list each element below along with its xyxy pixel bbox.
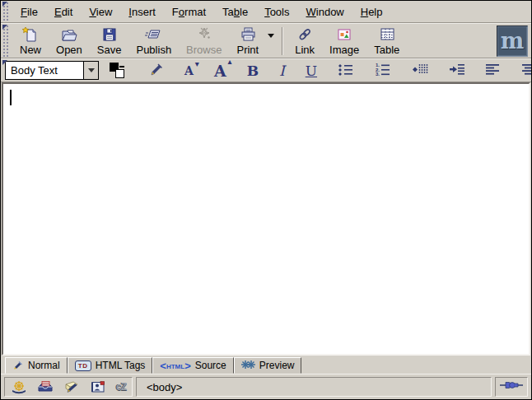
menu-format[interactable]: Format [164, 4, 214, 20]
online-status-panel[interactable] [495, 377, 528, 397]
menu-file[interactable]: File [12, 4, 46, 20]
td-tag-icon: TD [75, 360, 91, 371]
arrow-down-icon: ▾ [195, 59, 199, 68]
status-bar: cZ <body> [1, 374, 531, 399]
italic-button[interactable]: I [279, 63, 285, 78]
edit-canvas[interactable] [2, 82, 530, 356]
align-center-button[interactable] [521, 63, 532, 79]
text-caret [10, 90, 12, 105]
navigator-icon[interactable] [11, 380, 27, 394]
menu-view[interactable]: View [81, 4, 120, 20]
highlight-color-button[interactable] [147, 61, 164, 81]
new-button[interactable]: New [12, 24, 49, 58]
save-button[interactable]: Save [90, 24, 129, 58]
background-color-swatch [115, 69, 124, 78]
table-icon [378, 26, 396, 44]
tab-normal[interactable]: Normal [5, 357, 68, 374]
html-brackets-icon: <HTML> [160, 360, 190, 372]
menu-window[interactable]: Window [298, 4, 352, 20]
align-left-icon [486, 63, 501, 79]
normal-pen-icon [12, 360, 24, 372]
open-folder-icon [60, 26, 78, 44]
element-path-text: <body> [147, 381, 182, 393]
bullet-list-icon [338, 63, 354, 79]
bold-button[interactable]: B [247, 63, 259, 78]
print-button[interactable]: Print [229, 24, 266, 58]
outdent-icon [412, 63, 428, 79]
underline-button[interactable]: U [306, 63, 317, 78]
paragraph-style-value: Body Text [6, 62, 83, 79]
main-toolbar: New Open Save Publish Browse [1, 23, 531, 58]
element-path-panel[interactable]: <body> [136, 377, 492, 397]
menu-tools[interactable]: Tools [256, 4, 297, 20]
align-center-icon [521, 63, 532, 79]
edit-mode-tabbar: Normal TD HTML Tags <HTML> Source Previe… [1, 356, 531, 374]
paragraph-style-select[interactable]: Body Text [5, 61, 99, 80]
publish-button[interactable]: Publish [128, 24, 179, 58]
link-button[interactable]: Link [287, 24, 322, 58]
new-page-icon [21, 26, 40, 44]
browse-button[interactable]: Browse [179, 24, 229, 58]
image-button[interactable]: Image [322, 24, 366, 58]
bullet-list-button[interactable] [338, 63, 354, 79]
menu-edit[interactable]: Edit [46, 4, 81, 20]
outdent-button[interactable] [412, 63, 428, 79]
mail-icon[interactable] [37, 380, 54, 393]
tab-preview[interactable]: Preview [234, 357, 302, 374]
menu-bar: File Edit View Insert Format Table Tools… [1, 1, 531, 23]
text-color-picker[interactable] [109, 62, 127, 79]
indent-icon [449, 63, 465, 79]
print-dropdown-arrow[interactable] [268, 34, 274, 38]
composer-window: File Edit View Insert Format Table Tools… [0, 0, 532, 400]
indent-button[interactable] [449, 63, 465, 79]
tab-source[interactable]: <HTML> Source [152, 357, 233, 374]
color-picker-tick [119, 66, 124, 67]
preview-sparkles-icon [241, 360, 255, 372]
address-book-icon[interactable] [90, 380, 106, 393]
arrow-up-icon: ▴ [228, 57, 232, 66]
publish-icon [144, 26, 164, 44]
chatzilla-icon[interactable]: cZ [116, 381, 126, 393]
increase-font-size-button[interactable]: A▴ [214, 62, 226, 80]
menu-insert[interactable]: Insert [120, 4, 164, 20]
menubar-grippy[interactable] [2, 2, 9, 21]
toolbar-separator [282, 27, 283, 55]
throbber-letter: m [501, 28, 525, 53]
align-left-button[interactable] [486, 63, 501, 79]
component-bar: cZ [4, 377, 133, 397]
format-buttons: A▾ A▴ B I U 1.2.3. [109, 61, 532, 81]
paragraph-style-dropdown-arrow[interactable] [83, 62, 98, 79]
composer-icon[interactable] [63, 380, 80, 393]
print-icon [239, 26, 257, 44]
svg-text:3.: 3. [376, 72, 380, 76]
menu-table[interactable]: Table [214, 4, 256, 20]
save-floppy-icon [100, 26, 119, 44]
numbered-list-icon: 1.2.3. [375, 63, 391, 79]
format-toolbar: Body Text A▾ A▴ B I U [1, 58, 531, 82]
online-plug-icon [500, 379, 523, 394]
open-button[interactable]: Open [49, 24, 90, 58]
main-toolbar-grippy[interactable] [2, 25, 9, 57]
pen-icon [147, 61, 164, 81]
print-button-group: Print [229, 24, 278, 58]
image-icon [335, 26, 353, 44]
link-chain-icon [296, 26, 314, 44]
decrease-font-size-button[interactable]: A▾ [184, 64, 194, 77]
mozilla-throbber[interactable]: m [497, 26, 528, 57]
tab-html-tags[interactable]: TD HTML Tags [68, 357, 153, 374]
menu-help[interactable]: Help [352, 4, 391, 20]
table-button[interactable]: Table [366, 24, 407, 58]
browse-icon [195, 26, 213, 44]
numbered-list-button[interactable]: 1.2.3. [375, 63, 391, 79]
